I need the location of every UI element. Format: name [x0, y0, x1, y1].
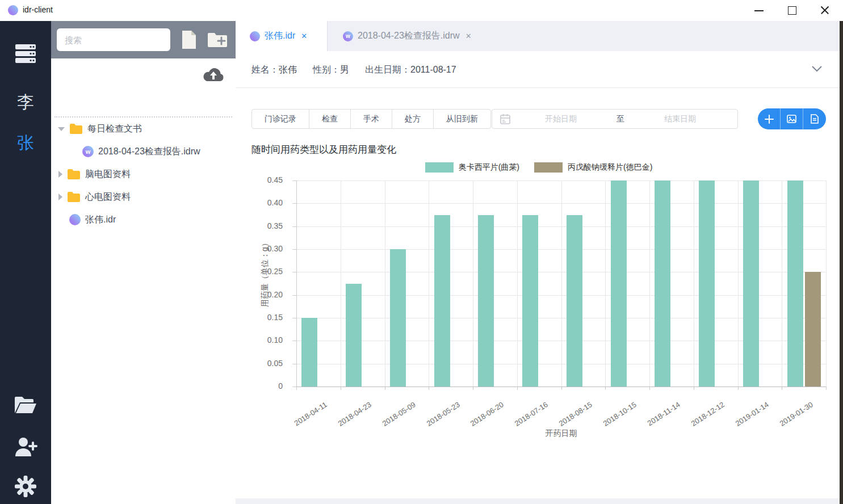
- x-tick-label: 2018-08-15: [557, 400, 594, 428]
- new-file-button[interactable]: [181, 30, 197, 50]
- left-sidebar: 李 张: [0, 21, 51, 504]
- bar-0-2019-01-14[interactable]: [743, 180, 759, 387]
- y-tick: [292, 180, 296, 181]
- tree-item-label: 脑电图资料: [85, 169, 131, 180]
- legend-item-0[interactable]: 奥卡西平片(曲莱): [425, 162, 519, 173]
- x-tick-label: 2019-01-14: [734, 400, 770, 428]
- bar-1-2019-01-30[interactable]: [805, 272, 821, 387]
- tree-item-patient-file[interactable]: 张伟.idr: [51, 208, 236, 231]
- patient-name: 张伟: [279, 65, 297, 74]
- bar-group-2019-01-30: [782, 180, 826, 387]
- tab-report-idrw[interactable]: w 2018-04-23检查报告.idrw ✕: [327, 21, 497, 51]
- file-text-icon: [811, 114, 819, 124]
- image-icon: [787, 115, 796, 123]
- bar-0-2018-10-15[interactable]: [611, 180, 627, 387]
- idr-file-icon: [250, 31, 260, 41]
- legend-item-1[interactable]: 丙戊酸钠缓释片(德巴金): [534, 162, 652, 173]
- patient-gender-label: 性别：: [313, 65, 340, 74]
- patient-dob-label: 出生日期：: [365, 65, 410, 74]
- chart-plot: [296, 180, 826, 387]
- sort-old-to-new-button[interactable]: 从旧到新: [434, 110, 490, 128]
- bar-0-2018-05-23[interactable]: [434, 215, 450, 387]
- export-image-button[interactable]: [781, 108, 803, 129]
- bar-group-2018-08-15: [561, 180, 606, 387]
- bar-0-2018-11-14[interactable]: [655, 180, 670, 387]
- tree-item-label: 心电图资料: [85, 191, 131, 203]
- sidebar-item-patient-zhang[interactable]: 张: [0, 127, 51, 159]
- tab-close-icon[interactable]: ✕: [465, 32, 472, 40]
- x-tick-label: 2019-01-30: [778, 400, 814, 428]
- y-tick-label: 0: [249, 381, 283, 390]
- bar-0-2019-01-30[interactable]: [787, 180, 803, 387]
- x-axis-labels: 2018-04-112018-04-232018-05-092018-05-23…: [296, 393, 826, 433]
- bar-0-2018-06-20[interactable]: [478, 215, 494, 387]
- y-axis-title: 用药量（单位：g）: [260, 236, 270, 310]
- export-file-button[interactable]: [803, 108, 826, 129]
- minimize-button[interactable]: [746, 0, 772, 21]
- x-tick-label: 2018-11-14: [646, 400, 682, 427]
- patient-name-label: 姓名：: [251, 65, 279, 74]
- bar-group-2018-06-20: [473, 180, 517, 387]
- bar-group-2018-10-15: [605, 180, 649, 387]
- horizontal-scrollbar-track[interactable]: [236, 498, 840, 504]
- chart-legend: 奥卡西平片(曲莱)丙戊酸钠缓释片(德巴金): [251, 162, 826, 173]
- sidebar-item-servers[interactable]: [0, 38, 51, 70]
- bar-0-2018-05-09[interactable]: [390, 249, 406, 387]
- search-input[interactable]: [57, 28, 170, 51]
- bar-0-2018-07-16[interactable]: [522, 215, 538, 387]
- tree-item-report-file[interactable]: w 2018-04-23检查报告.idrw: [51, 140, 236, 163]
- filter-examination-button[interactable]: 检查: [309, 110, 351, 128]
- y-tick-label: 0.35: [249, 221, 283, 230]
- y-tick: [292, 203, 296, 204]
- bar-0-2018-04-11[interactable]: [301, 318, 317, 387]
- sidebar-item-patient-li[interactable]: 李: [0, 86, 51, 118]
- tab-close-icon[interactable]: ✕: [301, 32, 307, 40]
- tree-item-ecg-folder[interactable]: 心电图资料: [51, 186, 236, 208]
- y-tick: [292, 272, 296, 272]
- legend-label: 奥卡西平片(曲莱): [459, 162, 519, 173]
- x-tick-label: 2018-07-16: [513, 400, 550, 428]
- bar-0-2018-12-12[interactable]: [699, 180, 715, 387]
- tree-item-label: 张伟.idr: [85, 214, 116, 226]
- date-range-picker[interactable]: 开始日期 至 结束日期: [492, 109, 738, 129]
- cloud-upload-icon[interactable]: [202, 66, 225, 85]
- caret-right-icon[interactable]: [58, 171, 62, 178]
- bar-0-2018-08-15[interactable]: [567, 215, 582, 387]
- x-tick-label: 2018-06-20: [469, 400, 505, 428]
- filter-surgery-button[interactable]: 手术: [351, 110, 392, 128]
- window-edge: [840, 21, 843, 504]
- tree-item-eeg-folder[interactable]: 脑电图资料: [51, 163, 236, 186]
- date-range-separator: 至: [603, 114, 638, 124]
- tree-item-daily-docs-folder[interactable]: 每日检查文书: [51, 117, 236, 140]
- bar-0-2018-04-23[interactable]: [346, 284, 362, 387]
- x-tick-label: 2018-04-11: [293, 400, 329, 427]
- caret-right-icon[interactable]: [58, 194, 62, 200]
- sidebar-item-files[interactable]: [0, 389, 51, 421]
- end-date-input[interactable]: 结束日期: [638, 114, 723, 124]
- tree-item-label: 每日检查文书: [87, 123, 142, 135]
- caret-down-icon[interactable]: [58, 127, 65, 131]
- tab-label: 张伟.idr: [265, 30, 295, 42]
- sidebar-item-add-patient[interactable]: [0, 431, 51, 463]
- y-tick: [292, 295, 296, 296]
- idr-file-icon: [69, 214, 81, 225]
- y-tick-label: 0.40: [249, 198, 283, 207]
- legend-swatch-icon: [425, 162, 454, 173]
- upload-drop-zone[interactable]: [51, 58, 236, 117]
- chevron-down-icon[interactable]: [811, 65, 823, 72]
- record-filter-group: 门诊记录 检查 手术 处方 从旧到新: [251, 109, 491, 129]
- start-date-input[interactable]: 开始日期: [518, 114, 603, 124]
- bar-group-2018-12-12: [694, 180, 738, 387]
- filter-outpatient-button[interactable]: 门诊记录: [252, 110, 309, 128]
- maximize-button[interactable]: [779, 0, 805, 21]
- add-record-button[interactable]: [758, 108, 781, 129]
- file-panel: 每日检查文书 w 2018-04-23检查报告.idrw 脑电图资料 心电图资料: [51, 21, 236, 504]
- sidebar-item-settings[interactable]: [0, 471, 51, 502]
- tab-zhangwei-idr[interactable]: 张伟.idr ✕: [236, 21, 327, 51]
- y-tick: [292, 318, 296, 318]
- new-folder-button[interactable]: [207, 32, 228, 48]
- filter-prescription-button[interactable]: 处方: [392, 110, 434, 128]
- app-title: idr-client: [23, 5, 53, 14]
- close-button[interactable]: [812, 0, 838, 21]
- patient-li-label: 李: [17, 91, 34, 114]
